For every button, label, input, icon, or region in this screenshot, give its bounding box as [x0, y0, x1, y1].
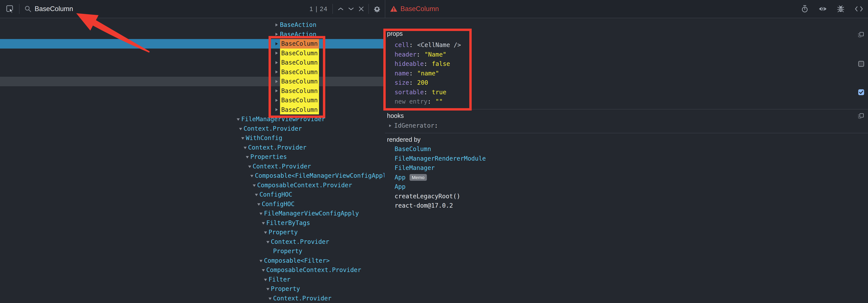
- tree-row[interactable]: Property: [0, 246, 384, 256]
- chevron-expanded-icon[interactable]: [262, 268, 267, 272]
- chevron-expanded-icon[interactable]: [269, 297, 273, 300]
- component-name[interactable]: Property: [273, 247, 302, 255]
- chevron-expanded-icon[interactable]: [253, 184, 257, 187]
- tree-row[interactable]: Property: [0, 284, 384, 294]
- prop-value[interactable]: "": [435, 98, 443, 105]
- chevron-expanded-icon[interactable]: [262, 221, 267, 224]
- component-name[interactable]: FileManagerViewProvider: [241, 116, 325, 123]
- chevron-expanded-icon[interactable]: [255, 193, 259, 196]
- chevron-expanded-icon[interactable]: [259, 259, 264, 262]
- chevron-collapsed-icon[interactable]: [276, 42, 280, 45]
- chevron-expanded-icon[interactable]: [250, 174, 255, 177]
- chevron-expanded-icon[interactable]: [237, 118, 241, 121]
- close-x-icon[interactable]: [359, 6, 364, 12]
- component-name[interactable]: BaseColumn: [280, 86, 319, 96]
- prop-value[interactable]: 200: [417, 79, 428, 86]
- chevron-collapsed-icon[interactable]: [276, 52, 280, 55]
- chevron-expanded-icon[interactable]: [246, 155, 250, 158]
- tree-row[interactable]: BaseColumn: [0, 67, 384, 77]
- component-name[interactable]: Property: [271, 285, 300, 292]
- component-name[interactable]: BaseAction: [280, 31, 317, 38]
- chevron-expanded-icon[interactable]: [264, 231, 269, 234]
- tree-row[interactable]: WithConfig: [0, 133, 384, 143]
- bug-icon[interactable]: [837, 5, 844, 12]
- chevron-expanded-icon[interactable]: [259, 212, 264, 215]
- component-name[interactable]: Composable<Filter>: [264, 257, 330, 264]
- component-name[interactable]: FileManagerViewConfigApply: [264, 210, 359, 217]
- inspect-element-icon[interactable]: [6, 5, 14, 13]
- search-input[interactable]: [34, 5, 284, 13]
- component-name[interactable]: Context.Provider: [273, 295, 332, 302]
- chevron-collapsed-icon[interactable]: [389, 124, 394, 127]
- component-name[interactable]: BaseColumn: [280, 39, 319, 49]
- rendered-by-component-link[interactable]: FileManagerRendererModule: [395, 155, 486, 162]
- tree-row[interactable]: BaseColumn: [0, 49, 384, 58]
- tree-row[interactable]: BaseColumn: [0, 86, 384, 96]
- component-name[interactable]: ConfigHOC: [262, 201, 295, 208]
- checkbox-checked[interactable]: [858, 89, 864, 95]
- tree-row[interactable]: ConfigHOC: [0, 190, 384, 200]
- rendered-by-component-link[interactable]: FileManager: [395, 164, 435, 172]
- component-name[interactable]: Context.Provider: [253, 163, 311, 170]
- component-name[interactable]: FilterByTags: [267, 219, 310, 226]
- chevron-expanded-icon[interactable]: [248, 165, 253, 168]
- component-name[interactable]: BaseColumn: [280, 49, 319, 58]
- tree-row[interactable]: BaseColumn: [0, 77, 384, 86]
- chevron-up-icon[interactable]: [338, 7, 344, 11]
- tree-row[interactable]: ComposableContext.Provider: [0, 265, 384, 275]
- chevron-collapsed-icon[interactable]: [276, 70, 280, 73]
- tree-row[interactable]: BaseColumn: [0, 39, 384, 49]
- chevron-expanded-icon[interactable]: [257, 203, 262, 206]
- tree-row[interactable]: Filter: [0, 275, 384, 284]
- chevron-collapsed-icon[interactable]: [276, 61, 280, 64]
- tree-row[interactable]: Context.Provider: [0, 143, 384, 152]
- checkbox-unchecked[interactable]: [858, 61, 864, 67]
- tree-row[interactable]: BaseColumn: [0, 58, 384, 67]
- component-name[interactable]: Composable<FileManagerViewConfigApply>: [255, 172, 384, 179]
- tree-row[interactable]: ComposableContext.Provider: [0, 181, 384, 190]
- copy-icon[interactable]: [858, 32, 864, 38]
- component-name[interactable]: Context.Provider: [248, 144, 307, 151]
- chevron-down-icon[interactable]: [348, 7, 354, 11]
- prop-value[interactable]: "Name": [425, 51, 446, 58]
- hook-row[interactable]: IdGenerator:: [385, 121, 868, 130]
- component-name[interactable]: BaseAction: [280, 21, 317, 28]
- chevron-expanded-icon[interactable]: [239, 127, 244, 130]
- eye-icon[interactable]: [818, 6, 827, 12]
- chevron-collapsed-icon[interactable]: [276, 80, 280, 83]
- tree-row[interactable]: BaseAction: [0, 20, 384, 30]
- component-name[interactable]: Context.Provider: [271, 238, 330, 245]
- prop-value[interactable]: false: [432, 60, 450, 67]
- rendered-by-component-link[interactable]: App: [395, 183, 406, 190]
- prop-value[interactable]: <CellName />: [417, 41, 461, 49]
- chevron-expanded-icon[interactable]: [264, 278, 269, 281]
- tree-row[interactable]: Context.Provider: [0, 162, 384, 171]
- component-name[interactable]: BaseColumn: [280, 77, 319, 86]
- tree-row[interactable]: Composable<Filter>: [0, 256, 384, 266]
- chevron-expanded-icon[interactable]: [241, 136, 246, 140]
- chevron-collapsed-icon[interactable]: [276, 108, 280, 111]
- tree-row[interactable]: Properties: [0, 152, 384, 162]
- chevron-collapsed-icon[interactable]: [276, 23, 280, 26]
- component-name[interactable]: ConfigHOC: [259, 191, 292, 198]
- component-name[interactable]: Property: [269, 229, 298, 236]
- component-name[interactable]: ComposableContext.Provider: [257, 182, 352, 189]
- tree-row[interactable]: FileManagerViewProvider: [0, 115, 384, 124]
- component-name[interactable]: BaseColumn: [280, 105, 319, 115]
- chevron-expanded-icon[interactable]: [244, 146, 248, 149]
- tree-row[interactable]: Composable<FileManagerViewConfigApply>: [0, 171, 384, 181]
- tree-row[interactable]: Property: [0, 228, 384, 237]
- component-name[interactable]: WithConfig: [246, 134, 282, 142]
- tree-row[interactable]: BaseColumn: [0, 96, 384, 105]
- chevron-expanded-icon[interactable]: [267, 240, 271, 243]
- component-name[interactable]: Context.Provider: [244, 125, 302, 132]
- prop-value[interactable]: true: [432, 89, 446, 96]
- rendered-by-component-link[interactable]: BaseColumn: [395, 145, 431, 153]
- rendered-by-component-link[interactable]: App: [395, 174, 406, 181]
- tree-row[interactable]: Context.Provider: [0, 294, 384, 303]
- gear-icon[interactable]: [373, 5, 381, 13]
- component-name[interactable]: ComposableContext.Provider: [267, 266, 361, 274]
- chevron-collapsed-icon[interactable]: [276, 33, 280, 36]
- component-name[interactable]: BaseColumn: [280, 58, 319, 67]
- tree-row[interactable]: Context.Provider: [0, 124, 384, 133]
